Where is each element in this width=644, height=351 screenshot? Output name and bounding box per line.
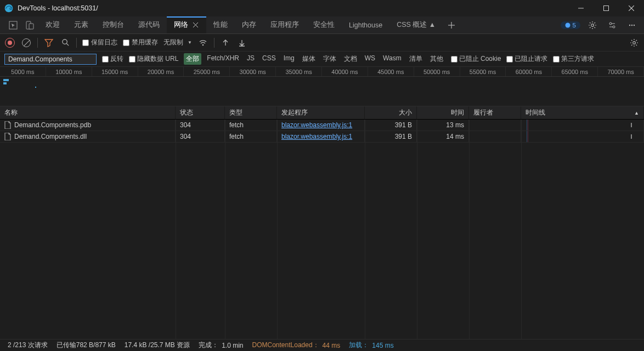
tab-控制台[interactable]: 控制台	[95, 16, 131, 33]
tab-元素[interactable]: 元素	[67, 16, 95, 33]
svg-rect-7	[29, 24, 33, 29]
network-table: 名称 状态 类型 发起程序 大小 时间 履行者 时间线▲ Demand.Comp…	[0, 106, 644, 339]
tab-close-icon[interactable]	[191, 21, 199, 29]
filter-type-清单[interactable]: 清单	[407, 53, 425, 65]
device-icon[interactable]	[25, 21, 34, 30]
wifi-icon[interactable]	[197, 37, 208, 48]
tab-网络[interactable]: 网络	[167, 16, 206, 33]
filter-type-CSS[interactable]: CSS	[260, 53, 278, 65]
filter-type-文档[interactable]: 文档	[342, 53, 359, 65]
filter-type-JS[interactable]: JS	[245, 53, 257, 65]
ruler-tick: 35000 ms	[276, 67, 322, 76]
window-title: DevTools - localhost:5031/	[18, 4, 98, 12]
net-settings-icon[interactable]	[629, 37, 640, 48]
table-row[interactable]: Demand.Components.pdb304fetchblazor.weba…	[0, 120, 644, 131]
tab-源代码[interactable]: 源代码	[131, 16, 167, 33]
tab-内存[interactable]: 内存	[235, 16, 263, 33]
disable-cache-check[interactable]: 禁用缓存	[123, 38, 158, 47]
filter-type-WS[interactable]: WS	[363, 53, 377, 65]
edge-icon	[4, 4, 13, 13]
cell-initiator[interactable]: blazor.webassembly.js:1	[281, 133, 352, 140]
ruler-tick: 40000 ms	[322, 67, 368, 76]
filter-input[interactable]	[4, 54, 97, 65]
maximize-button[interactable]	[594, 0, 619, 16]
upload-icon[interactable]	[220, 37, 231, 48]
table-row[interactable]: Demand.Components.dll304fetchblazor.weba…	[0, 131, 644, 143]
ruler-tick: 20000 ms	[138, 67, 184, 76]
inspect-icon[interactable]	[9, 21, 18, 30]
filter-type-字体[interactable]: 字体	[321, 53, 338, 65]
status-load: 145 ms	[372, 342, 393, 349]
svg-point-18	[634, 24, 635, 25]
tab-CSS 概述 ▲[interactable]: CSS 概述 ▲	[389, 16, 443, 33]
issues-count: 5	[573, 22, 576, 29]
svg-line-20	[66, 43, 69, 46]
col-waterfall[interactable]: 时间线▲	[521, 106, 644, 119]
col-time[interactable]: 时间	[417, 106, 469, 119]
settings-icon[interactable]	[585, 18, 600, 33]
message-icon	[565, 22, 570, 28]
svg-rect-2	[604, 6, 609, 11]
file-icon	[4, 133, 11, 140]
close-button[interactable]	[619, 0, 644, 16]
cell-status: 304	[176, 131, 225, 143]
thirdparty-check[interactable]: 第三方请求	[553, 54, 594, 64]
ruler-tick: 45000 ms	[368, 67, 414, 76]
cell-name: Demand.Components.pdb	[14, 121, 91, 129]
timeline-overview[interactable]: 5000 ms10000 ms15000 ms20000 ms25000 ms3…	[0, 67, 644, 106]
cell-actor	[469, 131, 521, 143]
tab-Lighthouse[interactable]: Lighthouse	[342, 16, 389, 33]
svg-point-21	[202, 44, 204, 46]
customize-icon[interactable]	[605, 18, 620, 33]
cell-time: 13 ms	[417, 120, 469, 131]
search-button[interactable]	[60, 37, 71, 48]
hide-data-url-check[interactable]: 隐藏数据 URL	[129, 54, 178, 64]
col-name[interactable]: 名称	[0, 106, 176, 119]
clear-button[interactable]	[21, 37, 32, 48]
cell-status: 304	[176, 120, 225, 131]
file-icon	[4, 121, 11, 129]
col-status[interactable]: 状态	[176, 106, 225, 119]
status-finish: 1.0 min	[222, 342, 243, 349]
svg-point-12	[565, 22, 570, 27]
tab-性能[interactable]: 性能	[206, 16, 235, 33]
preserve-log-check[interactable]: 保留日志	[82, 38, 117, 47]
ruler-tick: 50000 ms	[414, 67, 460, 76]
more-icon[interactable]	[624, 18, 640, 33]
col-initiator[interactable]: 发起程序	[277, 106, 365, 119]
issues-badge[interactable]: 5	[561, 21, 580, 29]
status-dcl: 44 ms	[323, 342, 341, 349]
filter-type-其他[interactable]: 其他	[428, 53, 445, 65]
add-tab-button[interactable]	[443, 16, 460, 33]
cell-initiator[interactable]: blazor.webassembly.js:1	[281, 121, 352, 129]
tab-安全性[interactable]: 安全性	[306, 16, 342, 33]
ruler-tick: 25000 ms	[184, 67, 230, 76]
status-resources: 17.4 kB /25.7 MB 资源	[125, 341, 190, 350]
filter-type-全部[interactable]: 全部	[184, 53, 201, 65]
filter-type-Wasm[interactable]: Wasm	[381, 53, 404, 65]
invert-check[interactable]: 反转	[102, 54, 123, 64]
network-toolbar: 保留日志 禁用缓存 无限制▼	[0, 34, 644, 52]
status-finish-label: 完成：	[199, 341, 218, 350]
ruler-tick: 70000 ms	[598, 67, 644, 76]
record-button[interactable]	[4, 37, 15, 48]
ruler-tick: 60000 ms	[506, 67, 552, 76]
svg-point-15	[613, 26, 615, 28]
throttle-select[interactable]: 无限制▼	[163, 38, 192, 47]
download-icon[interactable]	[236, 37, 247, 48]
col-size[interactable]: 大小	[365, 106, 417, 119]
filter-type-Fetch/XHR[interactable]: Fetch/XHR	[205, 53, 241, 65]
tab-欢迎[interactable]: 欢迎	[38, 16, 67, 33]
tab-应用程序[interactable]: 应用程序	[263, 16, 306, 33]
blocked-requests-check[interactable]: 已阻止请求	[506, 54, 547, 64]
minimize-button[interactable]	[568, 0, 594, 16]
ruler-tick: 15000 ms	[92, 67, 138, 76]
svg-point-19	[62, 39, 66, 44]
svg-point-13	[591, 24, 594, 26]
filter-type-Img[interactable]: Img	[281, 53, 297, 65]
col-type[interactable]: 类型	[225, 106, 277, 119]
blocked-cookies-check[interactable]: 已阻止 Cookie	[451, 54, 501, 64]
filter-toggle[interactable]	[43, 37, 54, 48]
filter-type-媒体[interactable]: 媒体	[300, 53, 318, 65]
col-actor[interactable]: 履行者	[469, 106, 521, 119]
